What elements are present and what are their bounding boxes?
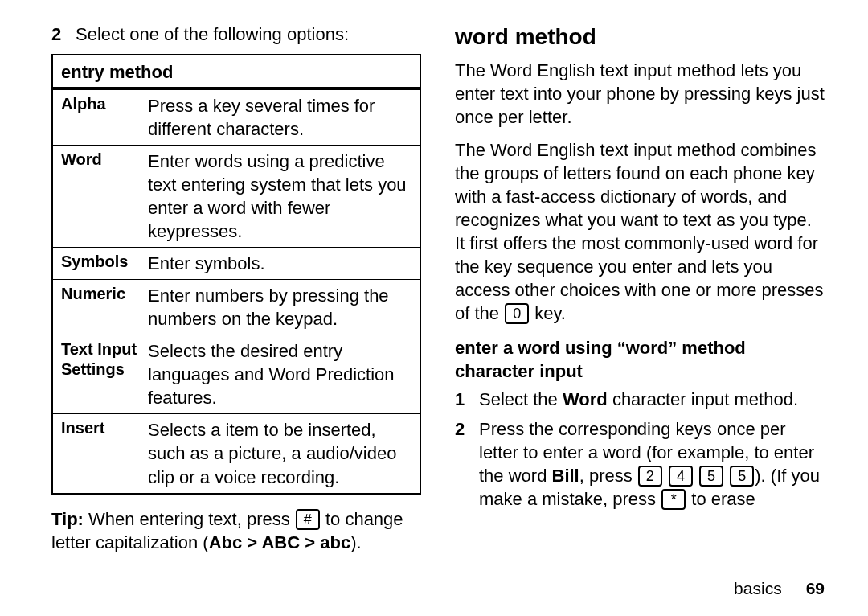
- step1-bold: Word: [563, 389, 608, 409]
- paragraph-2: The Word English text input method combi…: [455, 138, 826, 325]
- list-item: 1 Select the Word character input method…: [455, 388, 826, 411]
- key-5-icon: 5: [730, 466, 754, 487]
- two-column-layout: 2 Select one of the following options: e…: [51, 23, 829, 577]
- step-number: 1: [455, 388, 468, 411]
- step-text: Select one of the following options:: [76, 23, 349, 46]
- p2-text-a: The Word English text input method combi…: [455, 140, 824, 323]
- table-row: Numeric Enter numbers by pressing the nu…: [53, 280, 420, 335]
- table-row: Word Enter words using a predictive text…: [53, 146, 420, 248]
- tip-text-end: ).: [350, 532, 361, 552]
- steps-list: 1 Select the Word character input method…: [455, 388, 826, 511]
- subheading: enter a word using “word” method charact…: [455, 336, 826, 383]
- tip-text-a: When entering text, press: [84, 509, 295, 529]
- row-desc: Enter words using a predictive text ente…: [148, 150, 411, 243]
- step2-d: to erase: [686, 489, 755, 509]
- tip-paragraph: Tip: When entering text, press # to chan…: [51, 507, 421, 554]
- list-item: 2 Press the corresponding keys once per …: [455, 417, 826, 511]
- right-column: word method The Word English text input …: [455, 23, 826, 577]
- zero-key-icon: 0: [505, 303, 529, 324]
- step1-b: character input method.: [608, 389, 798, 409]
- step-body: Press the corresponding keys once per le…: [479, 417, 826, 511]
- key-4-icon: 4: [669, 466, 693, 487]
- table-row: Insert Selects a item to be inserted, su…: [53, 414, 420, 492]
- tip-label: Tip:: [51, 509, 84, 529]
- row-label: Numeric: [61, 284, 148, 331]
- row-label: Text Input Settings: [61, 339, 148, 409]
- section-heading: word method: [455, 23, 826, 52]
- step1-a: Select the: [479, 389, 563, 409]
- footer-section: basics: [734, 577, 782, 600]
- entry-method-table: entry method Alpha Press a key several t…: [51, 54, 421, 495]
- table-header: entry method: [53, 55, 420, 90]
- row-label: Insert: [61, 418, 148, 488]
- step-body: Select the Word character input method.: [479, 388, 798, 411]
- page-footer: basics 69: [51, 577, 829, 600]
- step-2-line: 2 Select one of the following options:: [51, 23, 421, 46]
- key-2-icon: 2: [638, 466, 662, 487]
- row-desc: Press a key several times for different …: [148, 94, 411, 141]
- tip-caps-sequence: Abc > ABC > abc: [209, 532, 350, 552]
- table-row: Text Input Settings Selects the desired …: [53, 335, 420, 414]
- paragraph-1: The Word English text input method lets …: [455, 59, 826, 129]
- row-desc: Enter symbols.: [148, 252, 411, 275]
- left-column: 2 Select one of the following options: e…: [51, 23, 421, 577]
- row-desc: Selects the desired entry languages and …: [148, 339, 411, 409]
- row-label: Symbols: [61, 252, 148, 275]
- row-label: Word: [61, 150, 148, 243]
- row-desc: Enter numbers by pressing the numbers on…: [148, 284, 411, 331]
- page-number: 69: [806, 577, 825, 600]
- step2-b: , press: [579, 466, 637, 486]
- row-desc: Selects a item to be inserted, such as a…: [148, 418, 411, 488]
- star-key-icon: *: [661, 489, 686, 510]
- step2-bold: Bill: [552, 466, 579, 486]
- pound-key-icon: #: [296, 509, 320, 530]
- step-number: 2: [51, 23, 64, 46]
- table-row: Alpha Press a key several times for diff…: [53, 90, 420, 146]
- p2-text-b: key.: [530, 303, 566, 323]
- key-5-icon: 5: [699, 466, 723, 487]
- step-number: 2: [455, 417, 468, 511]
- table-row: Symbols Enter symbols.: [53, 248, 420, 280]
- manual-page: 2 Select one of the following options: e…: [0, 0, 868, 616]
- row-label: Alpha: [61, 94, 148, 141]
